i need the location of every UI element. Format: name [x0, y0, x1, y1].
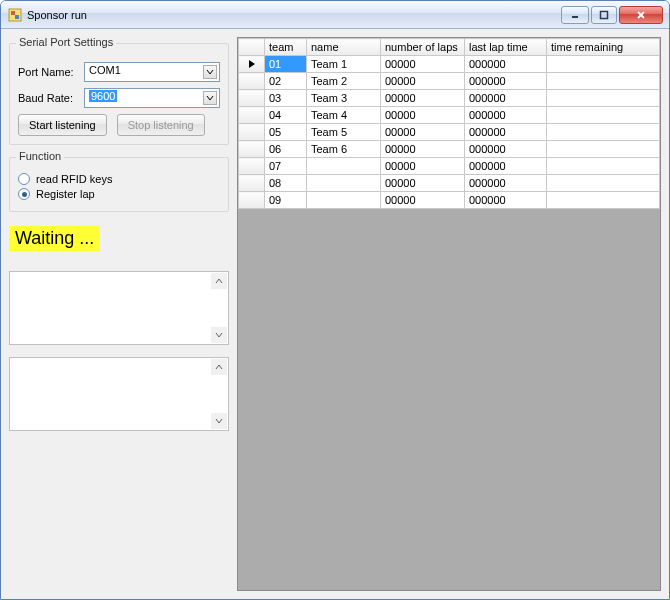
cell-name[interactable]: Team 5 [307, 124, 381, 141]
cell-name[interactable]: Team 6 [307, 141, 381, 158]
row-header-cell[interactable] [239, 73, 265, 90]
cell-last[interactable]: 000000 [465, 141, 547, 158]
table-row[interactable]: 05Team 500000000000 [239, 124, 660, 141]
col-name[interactable]: name [307, 39, 381, 56]
cell-last[interactable]: 000000 [465, 124, 547, 141]
cell-remain[interactable] [547, 158, 660, 175]
status-label: Waiting ... [9, 226, 100, 251]
table-row[interactable]: 0800000000000 [239, 175, 660, 192]
stop-listening-button[interactable]: Stop listening [117, 114, 205, 136]
function-group: Function read RFID keys Register lap [9, 157, 229, 212]
start-listening-button[interactable]: Start listening [18, 114, 107, 136]
log-box-2[interactable] [9, 357, 229, 431]
cell-remain[interactable] [547, 73, 660, 90]
cell-team[interactable]: 05 [265, 124, 307, 141]
log-box-1[interactable] [9, 271, 229, 345]
col-remain[interactable]: time remaining [547, 39, 660, 56]
serial-port-group: Serial Port Settings Port Name: COM1 Bau… [9, 43, 229, 145]
cell-last[interactable]: 000000 [465, 56, 547, 73]
corner-cell[interactable] [239, 39, 265, 56]
row-header-cell[interactable] [239, 124, 265, 141]
cell-laps[interactable]: 00000 [381, 124, 465, 141]
port-name-label: Port Name: [18, 66, 78, 78]
left-panel: Serial Port Settings Port Name: COM1 Bau… [9, 37, 229, 591]
function-group-label: Function [16, 150, 64, 162]
cell-laps[interactable]: 00000 [381, 90, 465, 107]
svg-rect-2 [15, 15, 19, 19]
cell-name[interactable] [307, 192, 381, 209]
scroll-down-icon[interactable] [211, 413, 227, 429]
row-header-cell[interactable] [239, 158, 265, 175]
minimize-button[interactable] [561, 6, 589, 24]
header-row: team name number of laps last lap time t… [239, 39, 660, 56]
table-row[interactable]: 03Team 300000000000 [239, 90, 660, 107]
client-area: Serial Port Settings Port Name: COM1 Bau… [1, 29, 669, 599]
row-header-cell[interactable] [239, 175, 265, 192]
row-header-cell[interactable] [239, 192, 265, 209]
table-row[interactable]: 0900000000000 [239, 192, 660, 209]
cell-team[interactable]: 02 [265, 73, 307, 90]
cell-team[interactable]: 04 [265, 107, 307, 124]
close-button[interactable] [619, 6, 663, 24]
cell-laps[interactable]: 00000 [381, 192, 465, 209]
row-header-cell[interactable] [239, 90, 265, 107]
cell-laps[interactable]: 00000 [381, 73, 465, 90]
cell-team[interactable]: 09 [265, 192, 307, 209]
port-name-value: COM1 [89, 64, 121, 76]
row-header-cell[interactable] [239, 56, 265, 73]
window-title: Sponsor run [27, 9, 87, 21]
cell-remain[interactable] [547, 124, 660, 141]
col-laps[interactable]: number of laps [381, 39, 465, 56]
cell-remain[interactable] [547, 107, 660, 124]
cell-name[interactable]: Team 2 [307, 73, 381, 90]
cell-remain[interactable] [547, 192, 660, 209]
col-team[interactable]: team [265, 39, 307, 56]
cell-last[interactable]: 000000 [465, 90, 547, 107]
maximize-button[interactable] [591, 6, 617, 24]
cell-team[interactable]: 08 [265, 175, 307, 192]
scroll-up-icon[interactable] [211, 273, 227, 289]
row-header-cell[interactable] [239, 107, 265, 124]
cell-last[interactable]: 000000 [465, 107, 547, 124]
table-row[interactable]: 02Team 200000000000 [239, 73, 660, 90]
cell-last[interactable]: 000000 [465, 73, 547, 90]
cell-remain[interactable] [547, 56, 660, 73]
radio-read-rfid[interactable]: read RFID keys [18, 173, 220, 185]
cell-laps[interactable]: 00000 [381, 56, 465, 73]
scroll-down-icon[interactable] [211, 327, 227, 343]
col-last[interactable]: last lap time [465, 39, 547, 56]
cell-last[interactable]: 000000 [465, 175, 547, 192]
scroll-up-icon[interactable] [211, 359, 227, 375]
cell-last[interactable]: 000000 [465, 192, 547, 209]
table-row[interactable]: 01Team 100000000000 [239, 56, 660, 73]
cell-laps[interactable]: 00000 [381, 158, 465, 175]
cell-remain[interactable] [547, 90, 660, 107]
table-row[interactable]: 06Team 600000000000 [239, 141, 660, 158]
cell-team[interactable]: 06 [265, 141, 307, 158]
cell-remain[interactable] [547, 141, 660, 158]
cell-remain[interactable] [547, 175, 660, 192]
cell-laps[interactable]: 00000 [381, 175, 465, 192]
cell-team[interactable]: 01 [265, 56, 307, 73]
data-grid[interactable]: team name number of laps last lap time t… [238, 38, 660, 209]
cell-name[interactable] [307, 158, 381, 175]
row-header-cell[interactable] [239, 141, 265, 158]
data-grid-panel: team name number of laps last lap time t… [237, 37, 661, 591]
cell-team[interactable]: 07 [265, 158, 307, 175]
cell-laps[interactable]: 00000 [381, 107, 465, 124]
cell-last[interactable]: 000000 [465, 158, 547, 175]
table-row[interactable]: 0700000000000 [239, 158, 660, 175]
cell-name[interactable]: Team 1 [307, 56, 381, 73]
cell-name[interactable]: Team 3 [307, 90, 381, 107]
radio-register-lap[interactable]: Register lap [18, 188, 220, 200]
cell-name[interactable]: Team 4 [307, 107, 381, 124]
baud-rate-select[interactable]: 9600 [84, 88, 220, 108]
table-row[interactable]: 04Team 400000000000 [239, 107, 660, 124]
cell-name[interactable] [307, 175, 381, 192]
cell-team[interactable]: 03 [265, 90, 307, 107]
port-name-select[interactable]: COM1 [84, 62, 220, 82]
svg-line-5 [638, 12, 644, 18]
svg-rect-4 [601, 11, 608, 18]
titlebar[interactable]: Sponsor run [1, 1, 669, 29]
cell-laps[interactable]: 00000 [381, 141, 465, 158]
